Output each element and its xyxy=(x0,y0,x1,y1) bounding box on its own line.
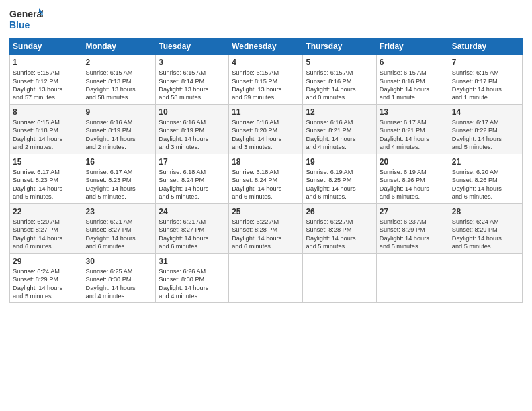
day-text: Sunset: 8:20 PM xyxy=(232,126,300,134)
logo: General Blue xyxy=(9,7,43,32)
day-number: 14 xyxy=(452,107,519,118)
header: General Blue xyxy=(9,7,523,32)
day-number: 8 xyxy=(13,107,80,118)
day-text: Daylight: 13 hours xyxy=(86,85,153,93)
day-text: Daylight: 13 hours xyxy=(13,85,80,93)
day-cell: 24Sunrise: 6:21 AMSunset: 8:27 PMDayligh… xyxy=(156,203,229,253)
day-text: Sunset: 8:26 PM xyxy=(380,176,446,184)
day-text: Daylight: 14 hours xyxy=(232,185,300,193)
logo-svg: General Blue xyxy=(9,7,43,32)
day-text: Daylight: 14 hours xyxy=(306,234,373,242)
day-number: 3 xyxy=(159,57,226,68)
day-number: 31 xyxy=(159,256,226,267)
day-text: Daylight: 14 hours xyxy=(86,135,153,143)
day-text: Sunrise: 6:16 AM xyxy=(86,118,153,126)
day-text: Daylight: 14 hours xyxy=(380,85,446,93)
day-text: and 2 minutes. xyxy=(86,143,153,151)
header-cell-wednesday: Wednesday xyxy=(229,38,303,55)
day-number: 16 xyxy=(86,156,153,167)
day-number: 17 xyxy=(159,156,226,167)
day-cell: 1Sunrise: 6:15 AMSunset: 8:12 PMDaylight… xyxy=(10,55,83,105)
day-text: Daylight: 14 hours xyxy=(159,185,226,193)
day-text: Sunrise: 6:23 AM xyxy=(380,218,446,226)
day-cell: 12Sunrise: 6:16 AMSunset: 8:21 PMDayligh… xyxy=(303,104,376,154)
day-text: Sunset: 8:13 PM xyxy=(86,77,153,85)
day-number: 27 xyxy=(380,206,446,217)
day-text: Sunrise: 6:17 AM xyxy=(86,168,153,176)
day-cell: 20Sunrise: 6:19 AMSunset: 8:26 PMDayligh… xyxy=(376,154,449,203)
day-text: Daylight: 14 hours xyxy=(13,135,80,143)
day-text: and 6 minutes. xyxy=(159,242,226,250)
day-cell: 7Sunrise: 6:15 AMSunset: 8:17 PMDaylight… xyxy=(449,55,522,105)
day-text: Sunset: 8:24 PM xyxy=(232,176,300,184)
day-number: 18 xyxy=(232,156,300,167)
day-text: Sunset: 8:27 PM xyxy=(86,226,153,234)
day-text: and 6 minutes. xyxy=(380,193,446,201)
header-cell-thursday: Thursday xyxy=(303,38,376,55)
day-text: Sunrise: 6:26 AM xyxy=(159,267,226,275)
day-cell: 15Sunrise: 6:17 AMSunset: 8:23 PMDayligh… xyxy=(10,154,83,203)
day-text: and 5 minutes. xyxy=(306,242,373,250)
day-text: Sunset: 8:21 PM xyxy=(306,126,373,134)
day-cell: 28Sunrise: 6:24 AMSunset: 8:29 PMDayligh… xyxy=(449,203,522,253)
day-number: 2 xyxy=(86,57,153,68)
day-text: and 5 minutes. xyxy=(159,193,226,201)
day-text: Daylight: 13 hours xyxy=(232,85,300,93)
day-number: 24 xyxy=(159,206,226,217)
day-text: and 6 minutes. xyxy=(452,193,519,201)
day-text: Daylight: 14 hours xyxy=(13,185,80,193)
day-text: Sunrise: 6:16 AM xyxy=(306,118,373,126)
day-text: and 5 minutes. xyxy=(86,193,153,201)
day-cell: 6Sunrise: 6:15 AMSunset: 8:16 PMDaylight… xyxy=(376,55,449,105)
day-text: Sunrise: 6:15 AM xyxy=(380,68,446,77)
day-text: and 1 minute. xyxy=(380,93,446,101)
day-text: Daylight: 14 hours xyxy=(86,234,153,242)
day-number: 29 xyxy=(13,256,80,267)
day-text: Daylight: 14 hours xyxy=(86,185,153,193)
day-cell: 19Sunrise: 6:19 AMSunset: 8:25 PMDayligh… xyxy=(303,154,376,203)
day-text: Sunrise: 6:20 AM xyxy=(13,218,80,226)
day-text: Daylight: 14 hours xyxy=(306,85,373,93)
day-text: Daylight: 14 hours xyxy=(86,284,153,292)
day-text: and 1 minute. xyxy=(452,93,519,101)
day-cell: 22Sunrise: 6:20 AMSunset: 8:27 PMDayligh… xyxy=(10,203,83,253)
header-cell-tuesday: Tuesday xyxy=(156,38,229,55)
day-text: Sunset: 8:17 PM xyxy=(452,77,519,85)
day-text: and 5 minutes. xyxy=(452,143,519,151)
day-text: Sunset: 8:28 PM xyxy=(306,226,373,234)
day-text: Daylight: 13 hours xyxy=(159,85,226,93)
day-number: 11 xyxy=(232,107,300,118)
day-number: 12 xyxy=(306,107,373,118)
day-text: Sunrise: 6:16 AM xyxy=(232,118,300,126)
calendar-header: SundayMondayTuesdayWednesdayThursdayFrid… xyxy=(10,38,523,55)
day-cell: 3Sunrise: 6:15 AMSunset: 8:14 PMDaylight… xyxy=(156,55,229,105)
day-text: Sunset: 8:16 PM xyxy=(306,77,373,85)
day-text: Sunset: 8:25 PM xyxy=(306,176,373,184)
day-text: Daylight: 14 hours xyxy=(380,135,446,143)
day-cell xyxy=(229,253,303,303)
day-cell: 25Sunrise: 6:22 AMSunset: 8:28 PMDayligh… xyxy=(229,203,303,253)
day-text: Sunset: 8:26 PM xyxy=(452,176,519,184)
day-number: 5 xyxy=(306,57,373,68)
day-cell: 16Sunrise: 6:17 AMSunset: 8:23 PMDayligh… xyxy=(83,154,156,203)
day-text: and 5 minutes. xyxy=(380,242,446,250)
day-cell: 9Sunrise: 6:16 AMSunset: 8:19 PMDaylight… xyxy=(83,104,156,154)
day-text: and 4 minutes. xyxy=(306,143,373,151)
day-text: Sunset: 8:15 PM xyxy=(232,77,300,85)
day-text: Sunset: 8:28 PM xyxy=(232,226,300,234)
day-text: Sunrise: 6:24 AM xyxy=(452,218,519,226)
day-number: 9 xyxy=(86,107,153,118)
day-text: Sunrise: 6:22 AM xyxy=(306,218,373,226)
day-cell: 30Sunrise: 6:25 AMSunset: 8:30 PMDayligh… xyxy=(83,253,156,303)
day-text: Sunset: 8:27 PM xyxy=(159,226,226,234)
day-text: Sunset: 8:19 PM xyxy=(159,126,226,134)
day-number: 21 xyxy=(452,156,519,167)
day-number: 13 xyxy=(380,107,446,118)
week-row-5: 29Sunrise: 6:24 AMSunset: 8:29 PMDayligh… xyxy=(10,253,523,303)
day-number: 19 xyxy=(306,156,373,167)
day-text: Sunrise: 6:17 AM xyxy=(13,168,80,176)
day-number: 25 xyxy=(232,206,300,217)
svg-text:Blue: Blue xyxy=(9,19,30,30)
day-cell xyxy=(376,253,449,303)
day-text: Sunrise: 6:15 AM xyxy=(452,68,519,77)
